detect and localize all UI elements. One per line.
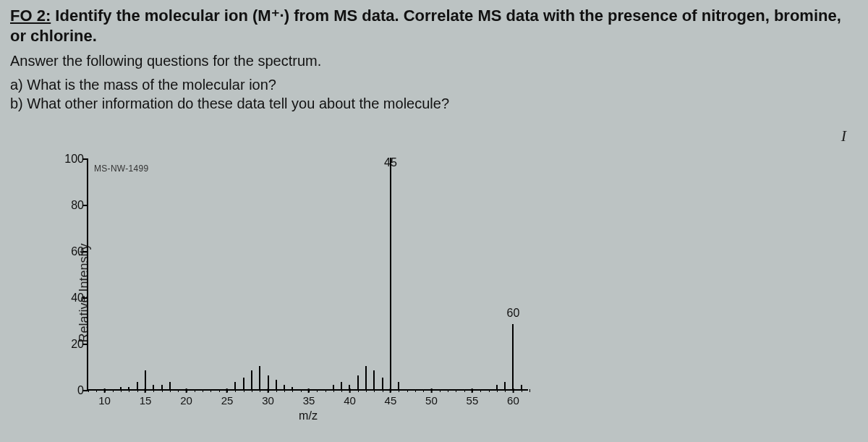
x-tick: 25 (221, 394, 234, 407)
x-tick: 45 (385, 394, 397, 407)
spectrum-peak (153, 385, 154, 389)
spectrum-peak (333, 385, 334, 389)
x-tick: 40 (344, 394, 356, 407)
x-tick: 55 (467, 394, 479, 407)
spectrum-peak (137, 382, 138, 389)
spectrum-peak (161, 385, 163, 389)
x-tick: 30 (262, 394, 274, 407)
spectrum-peak (357, 375, 359, 389)
question-heading: FO 2: Identify the molecular ion (M⁺·) f… (0, 0, 868, 113)
plot-area: MS-NW-1499 m/z 0204060801001015202530354… (87, 159, 528, 391)
y-tick: 80 (59, 199, 84, 212)
spectrum-peak (120, 387, 122, 389)
mass-spectrum-chart: Relative Intensity MS-NW-1499 m/z 020406… (43, 152, 550, 434)
spectrum-peak (521, 385, 522, 389)
spectrum-peak (128, 387, 129, 389)
x-tick: 60 (507, 394, 519, 407)
spectrum-peak (259, 366, 260, 389)
spectrum-peak (243, 378, 244, 389)
spectrum-peak (512, 324, 514, 389)
question-b: b) What other information do these data … (10, 94, 858, 113)
spectrum-peak (398, 382, 399, 389)
text-cursor: I (841, 127, 846, 145)
spectrum-peak (373, 370, 375, 389)
spectrum-peak (276, 380, 277, 389)
spectrum-peak (268, 375, 269, 389)
peak-label: 60 (507, 307, 520, 320)
spectrum-peak (234, 382, 236, 389)
spectrum-peak (251, 370, 252, 389)
y-tick: 20 (59, 338, 84, 351)
spectrum-peak (496, 385, 498, 389)
spectrum-peak (292, 387, 293, 389)
fo-label: FO 2: (10, 7, 51, 25)
question-a: a) What is the mass of the molecular ion… (10, 75, 858, 94)
spectrum-peak (382, 378, 383, 389)
x-tick: 50 (425, 394, 438, 407)
spectrum-peak (145, 370, 146, 389)
spectrum-peak (341, 382, 342, 389)
y-tick: 0 (59, 384, 84, 397)
instruction-line: Answer the following questions for the s… (10, 53, 858, 69)
x-tick: 20 (180, 394, 192, 407)
spectrum-peak (349, 385, 350, 389)
spectrum-peak (504, 382, 506, 389)
y-tick: 40 (59, 292, 84, 305)
spectrum-peak (365, 366, 367, 389)
y-tick: 100 (59, 153, 84, 166)
spectrum-peak (390, 158, 391, 389)
fo-text: Identify the molecular ion (M⁺·) from MS… (10, 7, 841, 45)
x-tick: 10 (98, 394, 111, 407)
spectrum-peak (169, 382, 171, 389)
spectrum-id-label: MS-NW-1499 (94, 163, 148, 174)
x-tick: 35 (303, 394, 315, 407)
x-axis-label: m/z (299, 409, 318, 422)
peak-label: 45 (384, 156, 397, 169)
spectrum-peak (284, 385, 285, 389)
y-tick: 60 (59, 245, 84, 258)
x-tick: 15 (140, 394, 152, 407)
